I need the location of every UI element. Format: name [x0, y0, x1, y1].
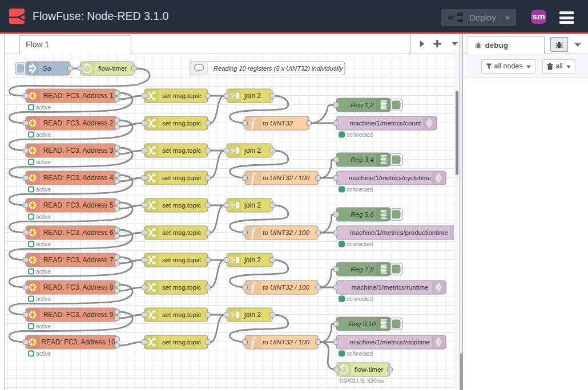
svg-text:set msg.topic: set msg.topic	[162, 229, 202, 236]
svg-text:set msg.topic: set msg.topic	[162, 119, 202, 127]
svg-text:join 2: join 2	[244, 92, 261, 100]
svg-text:flow-timer: flow-timer	[98, 64, 127, 72]
svg-text:connected: connected	[347, 296, 373, 302]
svg-text:machine/1/metrics/runtime: machine/1/metrics/runtime	[352, 284, 429, 291]
svg-text:Go: Go	[42, 64, 51, 72]
svg-text:set msg.topic: set msg.topic	[162, 92, 202, 99]
svg-text:to UINT32: to UINT32	[263, 119, 293, 127]
svg-text:READ: FC3, Address 1: READ: FC3, Address 1	[43, 92, 114, 100]
svg-text:connected: connected	[347, 132, 373, 138]
svg-text:active: active	[36, 269, 51, 275]
svg-text:active: active	[36, 132, 51, 138]
svg-text:to UINT32 / 100: to UINT32 / 100	[263, 338, 309, 346]
svg-text:Reading 10 registers (5 x UINT: Reading 10 registers (5 x UINT32) indivi…	[214, 65, 344, 72]
svg-text:READ: FC3, Address 4: READ: FC3, Address 4	[43, 174, 114, 182]
svg-text:active: active	[36, 186, 51, 193]
svg-text:to UINT32 / 100: to UINT32 / 100	[263, 283, 309, 291]
svg-text:READ: FC3, Address 10: READ: FC3, Address 10	[41, 338, 115, 346]
svg-text:READ: FC3, Address 8: READ: FC3, Address 8	[43, 283, 114, 291]
svg-text:active: active	[36, 241, 51, 247]
svg-text:connected: connected	[347, 351, 373, 357]
svg-text:join 2: join 2	[244, 311, 261, 319]
svg-text:active: active	[36, 296, 51, 302]
svg-text:machine/1/metrics/cycletime: machine/1/metrics/cycletime	[349, 174, 431, 181]
svg-text:to UINT32 / 100: to UINT32 / 100	[263, 174, 309, 181]
svg-text:machine/1/metrics/stoptime: machine/1/metrics/stoptime	[350, 339, 430, 346]
svg-text:READ: FC3, Address 6: READ: FC3, Address 6	[43, 229, 114, 237]
svg-text:READ: FC3, Address 3: READ: FC3, Address 3	[43, 147, 114, 155]
svg-text:active: active	[36, 351, 51, 357]
svg-text:READ: FC3, Address 2: READ: FC3, Address 2	[43, 119, 114, 127]
svg-text:active: active	[36, 214, 51, 220]
svg-text:set msg.topic: set msg.topic	[162, 174, 202, 181]
svg-text:active: active	[36, 104, 51, 111]
svg-text:machine/1/metrics/count: machine/1/metrics/count	[350, 120, 421, 127]
svg-text:to UINT32 / 100: to UINT32 / 100	[263, 229, 309, 236]
svg-text:connected: connected	[347, 186, 373, 193]
svg-text:set msg.topic: set msg.topic	[162, 338, 202, 346]
svg-text:join 2: join 2	[244, 147, 261, 155]
svg-text:10POLLS: 320ms: 10POLLS: 320ms	[339, 378, 384, 384]
svg-text:Reg 3,4: Reg 3,4	[351, 156, 374, 163]
svg-text:READ: FC3, Address 7: READ: FC3, Address 7	[43, 256, 114, 264]
svg-text:join 2: join 2	[244, 256, 261, 264]
svg-text:Reg 5,6: Reg 5,6	[351, 210, 374, 218]
svg-text:flow-timer: flow-timer	[355, 365, 383, 373]
svg-text:connected: connected	[347, 241, 373, 247]
svg-text:set msg.topic: set msg.topic	[162, 311, 202, 318]
svg-text:active: active	[36, 323, 51, 330]
svg-text:set msg.topic: set msg.topic	[162, 201, 202, 209]
svg-text:set msg.topic: set msg.topic	[162, 147, 202, 154]
svg-text:active: active	[36, 159, 51, 165]
svg-text:set msg.topic: set msg.topic	[162, 283, 202, 291]
svg-text:Reg 7,8: Reg 7,8	[351, 265, 374, 273]
svg-text:READ: FC3, Address 5: READ: FC3, Address 5	[43, 201, 114, 209]
svg-text:machine/1/metrics/productionti: machine/1/metrics/productiontime	[350, 229, 448, 236]
svg-text:Reg 9,10: Reg 9,10	[349, 320, 376, 327]
svg-text:join 2: join 2	[244, 201, 261, 209]
svg-text:set msg.topic: set msg.topic	[162, 256, 202, 263]
svg-text:READ: FC3, Address 9: READ: FC3, Address 9	[43, 311, 114, 319]
svg-text:Reg 1,2: Reg 1,2	[351, 101, 374, 108]
